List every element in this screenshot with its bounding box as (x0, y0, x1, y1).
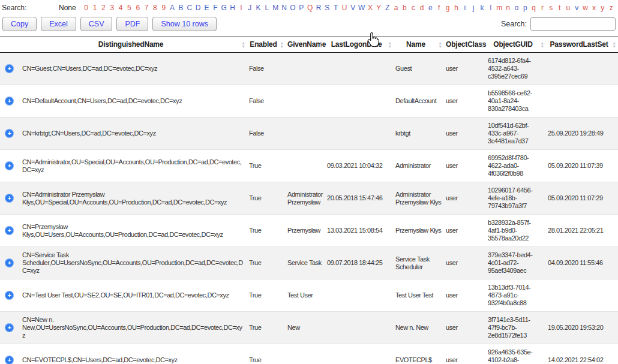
alphabet-letter-L[interactable]: L (263, 4, 271, 12)
alphabet-letter-f[interactable]: f (435, 4, 443, 12)
alphabet-letter-t[interactable]: t (556, 4, 564, 12)
alphabet-letter-N[interactable]: N (280, 4, 289, 12)
alphabet-letter-Z[interactable]: Z (383, 4, 392, 12)
alphabet-letter-c[interactable]: c (409, 4, 418, 12)
excel-button[interactable]: Excel (41, 17, 76, 31)
table-row: +CN=New n. New,OU=UsersNoSync,OU=Account… (0, 312, 618, 344)
alphabet-letter-Q[interactable]: Q (306, 4, 314, 12)
alphabet-letter-W[interactable]: W (358, 4, 366, 12)
column-header-name[interactable]: Name▲▼ (394, 37, 444, 53)
alphabet-letter-O[interactable]: O (289, 4, 297, 12)
csv-button[interactable]: CSV (80, 17, 113, 31)
alphabet-letter-r[interactable]: r (538, 4, 547, 12)
alphabet-letter-j[interactable]: j (469, 4, 478, 12)
expand-row-icon[interactable]: + (5, 64, 14, 73)
alphabet-letter-S[interactable]: S (323, 4, 331, 12)
alphabet-letter-D[interactable]: D (194, 4, 202, 12)
cell-passwordlastset: 28.01.2021 22:05:21 (546, 215, 618, 247)
alphabet-letter-s[interactable]: s (547, 4, 555, 12)
alphabet-letter-U[interactable]: U (340, 4, 349, 12)
alphabet-letter-k[interactable]: k (478, 4, 487, 12)
cell-enabled: False (247, 85, 286, 118)
alphabet-letter-H[interactable]: H (229, 4, 237, 12)
cell-objectclass: user (444, 247, 486, 279)
alphabet-letter-l[interactable]: l (487, 4, 495, 12)
alphabet-letter-x[interactable]: x (590, 4, 598, 12)
copy-button[interactable]: Copy (2, 17, 37, 31)
alphabet-letter-q[interactable]: q (530, 4, 538, 12)
expand-row-icon[interactable]: + (5, 226, 14, 235)
cell-dn: CN=Test User Test,OU=SE2,OU=SE,OU=ITR01,… (20, 279, 247, 312)
alphabet-letter-B[interactable]: B (176, 4, 185, 12)
alphabet-letter-z[interactable]: z (607, 4, 616, 12)
alphabet-letter-2[interactable]: 2 (99, 4, 107, 12)
alphabet-filter-none[interactable]: None (59, 4, 76, 12)
alphabet-letter-I[interactable]: I (237, 4, 245, 12)
alphabet-letter-e[interactable]: e (426, 4, 434, 12)
cell-enabled: True (247, 182, 286, 215)
pdf-button[interactable]: PDF (116, 17, 148, 31)
cell-lastlogondate (325, 53, 394, 85)
alphabet-letter-V[interactable]: V (349, 4, 357, 12)
alphabet-letter-8[interactable]: 8 (151, 4, 159, 12)
alphabet-letter-y[interactable]: y (598, 4, 607, 12)
alphabet-letter-4[interactable]: 4 (116, 4, 125, 12)
alphabet-letter-3[interactable]: 3 (108, 4, 116, 12)
table-row: +CN=Test User Test,OU=SE2,OU=SE,OU=ITR01… (0, 279, 618, 312)
alphabet-letter-n[interactable]: n (504, 4, 512, 12)
column-header-objectclass[interactable]: ObjectClass▲▼ (444, 37, 486, 53)
column-header-distinguishedname[interactable]: DistinguishedName▲▼ (20, 37, 247, 53)
expand-row-icon[interactable]: + (5, 291, 14, 300)
alphabet-letter-m[interactable]: m (495, 4, 503, 12)
cell-objectguid: 6174d812-6fa4-4532-a643-c395e27cec69 (486, 53, 546, 85)
alphabet-letter-M[interactable]: M (271, 4, 280, 12)
expand-row-icon[interactable]: + (5, 97, 14, 106)
alphabet-letter-Y[interactable]: Y (374, 4, 383, 12)
column-header-lastlogondate[interactable]: LastLogonDate▲▼ (325, 37, 394, 53)
alphabet-letter-v[interactable]: v (572, 4, 581, 12)
alphabet-letter-o[interactable]: o (512, 4, 521, 12)
show-10-rows-button[interactable]: Show 10 rows (152, 17, 217, 31)
expand-row-icon[interactable]: + (5, 356, 14, 364)
column-header-enabled[interactable]: Enabled▲▼ (247, 37, 286, 53)
alphabet-letter-w[interactable]: w (581, 4, 590, 12)
alphabet-letter-u[interactable]: u (564, 4, 572, 12)
column-header-objectguid[interactable]: ObjectGUID▲▼ (486, 37, 546, 53)
alphabet-letter-g[interactable]: g (443, 4, 452, 12)
alphabet-letter-T[interactable]: T (332, 4, 340, 12)
expand-row-icon[interactable]: + (5, 258, 14, 267)
table-search-input[interactable] (530, 17, 616, 31)
alphabet-letter-d[interactable]: d (418, 4, 426, 12)
alphabet-letter-5[interactable]: 5 (125, 4, 133, 12)
alphabet-letter-9[interactable]: 9 (160, 4, 168, 12)
cell-dn: CN=krbtgt,CN=Users,DC=ad,DC=evotec,DC=xy… (20, 118, 247, 150)
alphabet-letter-7[interactable]: 7 (142, 4, 151, 12)
alphabet-letter-6[interactable]: 6 (134, 4, 142, 12)
alphabet-letter-i[interactable]: i (461, 4, 469, 12)
expand-row-icon[interactable]: + (5, 161, 14, 170)
alphabet-letter-K[interactable]: K (254, 4, 263, 12)
expand-row-icon[interactable]: + (5, 194, 14, 203)
alphabet-letter-0[interactable]: 0 (82, 4, 91, 12)
alphabet-letter-A[interactable]: A (168, 4, 176, 12)
alphabet-letter-p[interactable]: p (521, 4, 529, 12)
expand-row-icon[interactable]: + (5, 323, 14, 332)
alphabet-letter-J[interactable]: J (245, 4, 254, 12)
column-header-passwordlastset[interactable]: PasswordLastSet▲▼ (546, 37, 618, 53)
alphabet-letter-R[interactable]: R (314, 4, 323, 12)
cell-givenname: Przemysław (286, 215, 325, 247)
row-control-cell: + (0, 215, 20, 247)
row-control-cell: + (0, 182, 20, 215)
alphabet-letter-F[interactable]: F (211, 4, 220, 12)
alphabet-letter-E[interactable]: E (203, 4, 211, 12)
alphabet-letter-h[interactable]: h (452, 4, 460, 12)
column-header-givenname[interactable]: GivenName▲▼ (286, 37, 325, 53)
alphabet-letter-a[interactable]: a (392, 4, 400, 12)
alphabet-letter-C[interactable]: C (185, 4, 194, 12)
alphabet-letter-G[interactable]: G (220, 4, 228, 12)
alphabet-letter-X[interactable]: X (366, 4, 374, 12)
alphabet-letter-P[interactable]: P (297, 4, 305, 12)
alphabet-letter-1[interactable]: 1 (91, 4, 99, 12)
expand-row-icon[interactable]: + (5, 129, 14, 138)
alphabet-letter-b[interactable]: b (400, 4, 409, 12)
